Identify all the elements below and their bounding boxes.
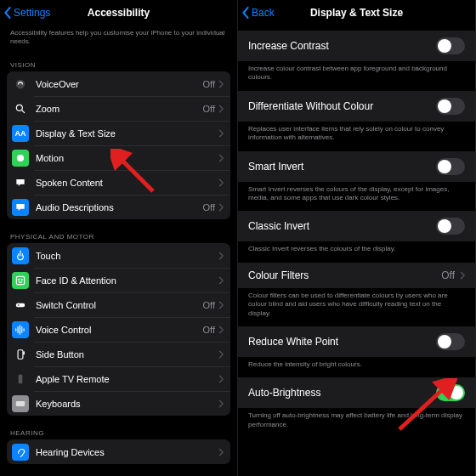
chevron-right-icon [218,326,224,334]
svg-point-6 [21,279,22,280]
row-hearing[interactable]: Hearing Devices [7,439,230,464]
chevron-left-icon [3,7,12,19]
chevron-right-icon [218,448,224,456]
row-label: Voice Control [36,325,203,335]
row-value: Off [203,202,215,212]
toggle[interactable] [436,218,465,235]
page-title: Display & Text Size [310,7,403,19]
row-description: Turning off auto-brightness may affect b… [238,408,475,438]
settings-group: Increase Contrast [238,31,475,61]
toggle[interactable] [436,98,465,115]
row-label: Hearing Devices [36,447,218,457]
chevron-right-icon [218,203,224,212]
row-keyboards[interactable]: Keyboards [7,391,230,416]
svg-rect-12 [16,401,26,406]
chevron-right-icon [218,301,224,309]
page-subtitle: Accessibility features help you customis… [0,26,237,53]
row-reduce-white-point[interactable]: Reduce White Point [238,326,475,357]
row-voice[interactable]: Voice ControlOff [7,317,230,342]
chevron-right-icon [218,105,224,113]
row-auto-brightness[interactable]: Auto-Brightness [238,377,475,408]
voiceover-icon [12,76,29,93]
row-label: Apple TV Remote [36,374,218,384]
scroll-area[interactable]: Increase ContrastIncrease colour contras… [238,26,475,476]
row-label: VoiceOver [36,79,203,89]
row-description: Increase colour contrast between app for… [238,61,475,91]
row-faceid[interactable]: Face ID & Attention [7,268,230,292]
row-touch[interactable]: Touch [7,243,230,268]
svg-point-5 [19,279,20,280]
row-label: Reduce White Point [248,336,436,348]
row-classic-invert[interactable]: Classic Invert [238,211,475,241]
chevron-left-icon [241,7,250,19]
svg-point-3 [17,154,24,161]
chevron-right-icon [218,400,224,408]
row-description: Reduce the intensity of bright colours. [238,357,475,377]
row-label: Motion [36,153,218,163]
row-label: Spoken Content [36,178,218,188]
row-value: Off [441,269,455,281]
switch-icon [12,297,29,314]
row-side[interactable]: Side Button [7,342,230,366]
back-label: Back [252,7,275,19]
zoom-icon [12,100,29,117]
row-label: Keyboards [36,399,218,409]
scroll-area[interactable]: Accessibility features help you customis… [0,26,237,476]
toggle[interactable] [436,158,465,175]
back-button[interactable]: Back [241,0,275,26]
toggle[interactable] [436,333,465,350]
back-button[interactable]: Settings [3,0,50,26]
settings-group: Hearing Devices [7,439,230,464]
row-label: Zoom [36,104,203,114]
svg-rect-4 [16,276,24,284]
settings-group: Smart Invert [238,151,475,182]
row-description: Replaces user interface items that rely … [238,122,475,151]
row-switch[interactable]: Switch ControlOff [7,292,230,317]
row-zoom[interactable]: ZoomOff [7,96,230,121]
toggle[interactable] [436,384,465,401]
row-value: Off [203,104,215,114]
hearing-icon [12,444,29,461]
row-smart-invert[interactable]: Smart Invert [238,151,475,182]
settings-group: Reduce White Point [238,326,475,357]
keyboards-icon [12,395,29,412]
toggle[interactable] [436,37,465,54]
row-audio-desc[interactable]: Audio DescriptionsOff [7,195,230,219]
row-voiceover[interactable]: VoiceOverOff [7,71,230,96]
row-value: Off [203,300,215,310]
row-label: Side Button [36,349,218,360]
row-appletv[interactable]: Apple TV Remote [7,366,230,391]
display-icon: AA [12,125,29,142]
motion-icon [12,150,29,167]
accessibility-panel: Settings Accessibility Accessibility fea… [0,0,238,476]
appletv-icon [12,371,29,388]
chevron-right-icon [460,271,465,280]
section-header: HEARING [0,421,237,439]
row-colour-filters[interactable]: Colour FiltersOff [238,263,475,288]
settings-group: Differentiate Without Colour [238,91,475,122]
row-description: Classic Invert reverses the colours of t… [238,241,475,262]
svg-point-0 [16,79,26,88]
row-differentiate-without-colour[interactable]: Differentiate Without Colour [238,91,475,122]
row-label: Auto-Brightness [248,387,436,399]
chevron-right-icon [218,375,224,383]
row-display[interactable]: AADisplay & Text Size [7,121,230,145]
row-motion[interactable]: Motion [7,145,230,170]
row-label: Increase Contrast [248,40,436,52]
chevron-right-icon [218,178,224,187]
touch-icon [12,247,29,264]
row-value: Off [203,325,215,335]
row-description: Colour filters can be used to differenti… [238,288,475,326]
row-label: Classic Invert [248,220,436,232]
row-increase-contrast[interactable]: Increase Contrast [238,31,475,61]
display-text-size-panel: Back Display & Text Size Increase Contra… [238,0,476,476]
chevron-right-icon [218,80,224,88]
settings-group: Colour FiltersOff [238,263,475,288]
navbar: Settings Accessibility [0,0,237,26]
chevron-right-icon [218,154,224,162]
row-spoken[interactable]: Spoken Content [7,170,230,195]
row-label: Colour Filters [248,269,441,281]
audio-desc-icon [12,199,29,216]
row-label: Touch [36,251,218,261]
back-label: Settings [14,7,50,19]
